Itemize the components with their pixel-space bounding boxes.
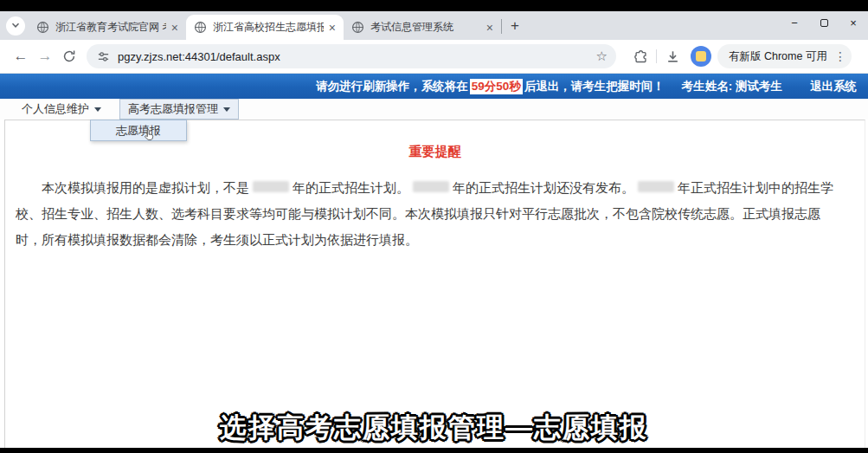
letterbox-top (0, 0, 868, 11)
tab-search-button[interactable] (6, 16, 25, 36)
para-text: 本次模拟填报用的是虚拟计划，不是 (42, 180, 249, 195)
reload-icon (62, 49, 76, 63)
student-name: 测试考生 (736, 80, 782, 93)
extensions-button[interactable] (628, 49, 653, 64)
close-icon[interactable]: × (486, 21, 493, 35)
address-bar[interactable]: pgzy.zjzs.net:44301/default.aspx ☆ (87, 44, 616, 68)
bookmark-star-icon[interactable]: ☆ (596, 49, 608, 64)
tab-title: 考试信息管理系统 (370, 20, 481, 35)
browser-tabstrip: 浙江省教育考试院官网 考生办 × 浙江省高校招生志愿填报系统 × 考试信息管理系… (0, 11, 868, 40)
chrome-update-button[interactable]: 有新版 Chrome 可用 ⋮ (717, 44, 852, 68)
globe-icon (36, 21, 49, 34)
menu-label: 个人信息维护 (22, 101, 89, 117)
letterbox-bottom (0, 448, 868, 453)
close-icon[interactable]: × (329, 21, 336, 35)
hand-cursor-icon (143, 128, 156, 146)
tab-title: 浙江省教育考试院官网 考生办 (55, 20, 166, 35)
volunteer-dropdown-menu: 志愿填报 (90, 120, 187, 141)
redacted-year (413, 181, 449, 192)
notice-message-suffix: 后退出，请考生把握时间！ (524, 79, 665, 94)
browser-menu-icon[interactable]: ⋮ (834, 49, 846, 63)
caret-down-icon (223, 107, 230, 112)
student-label: 考生姓名: (682, 80, 733, 93)
countdown-timer: 59分50秒 (470, 79, 523, 94)
profile-avatar[interactable] (691, 46, 711, 67)
toolbar-separator (656, 49, 657, 63)
minimize-button[interactable]: − (780, 16, 809, 29)
tab-volunteer-system[interactable]: 浙江省高校招生志愿填报系统 × (186, 15, 344, 40)
update-label: 有新版 Chrome 可用 (729, 49, 827, 64)
site-info-icon[interactable] (97, 50, 110, 63)
page-content: 重要提醒 本次模拟填报用的是虚拟计划，不是年的正式招生计划。年的正式招生计划还没… (4, 120, 865, 448)
maximize-icon (820, 19, 828, 27)
reminder-paragraph: 本次模拟填报用的是虚拟计划，不是年的正式招生计划。年的正式招生计划还没有发布。年… (16, 175, 844, 253)
download-icon (665, 49, 680, 64)
reload-button[interactable] (57, 49, 81, 63)
maximize-button[interactable] (809, 16, 839, 29)
para-text: 年的正式招生计划还没有发布。 (453, 180, 634, 195)
url-text[interactable]: pgzy.zjzs.net:44301/default.aspx (118, 50, 589, 63)
notice-message-prefix: 请勿进行刷新操作，系统将在 (316, 79, 468, 94)
redacted-year (253, 181, 289, 192)
tab-title: 浙江省高校招生志愿填报系统 (213, 20, 324, 35)
dropdown-item-volunteer-filling[interactable]: 志愿填报 (91, 120, 186, 140)
back-button[interactable]: ← (9, 48, 33, 65)
close-icon[interactable]: × (171, 21, 178, 35)
globe-icon (194, 21, 207, 34)
new-tab-button[interactable]: + (511, 18, 519, 33)
redacted-year (638, 181, 674, 192)
browser-toolbar: ← → pgzy.zjzs.net:44301/default.aspx ☆ 有… (0, 40, 868, 74)
tab-separator (501, 19, 502, 34)
window-controls: − × (780, 11, 868, 40)
video-subtitle: 选择高考志愿填报管理—志愿填报 (0, 410, 868, 446)
logout-link[interactable]: 退出系统 (810, 79, 857, 94)
menu-volunteer-management[interactable]: 高考志愿填报管理 (119, 99, 239, 120)
tab-exam-info-system[interactable]: 考试信息管理系统 × (344, 15, 501, 40)
tab-exam-office-site[interactable]: 浙江省教育考试院官网 考生办 × (29, 15, 186, 40)
student-name-label: 考生姓名: 测试考生 (682, 79, 782, 94)
app-menubar: 个人信息维护 高考志愿填报管理 (0, 99, 868, 120)
puzzle-icon (633, 49, 648, 64)
downloads-button[interactable] (660, 49, 685, 64)
screen: 浙江省教育考试院官网 考生办 × 浙江省高校招生志愿填报系统 × 考试信息管理系… (0, 0, 868, 453)
menu-personal-info[interactable]: 个人信息维护 (14, 100, 109, 119)
chevron-down-icon (10, 18, 21, 34)
forward-button[interactable]: → (33, 48, 57, 65)
para-text: 年的正式招生计划。 (293, 180, 409, 195)
globe-icon (351, 21, 364, 34)
caret-down-icon (94, 107, 101, 112)
important-reminder-title: 重要提醒 (5, 144, 865, 160)
close-window-button[interactable]: × (839, 16, 868, 29)
menu-label: 高考志愿填报管理 (128, 101, 218, 117)
session-notice-bar: 请勿进行刷新操作，系统将在59分50秒后退出，请考生把握时间！ 考生姓名: 测试… (0, 74, 868, 99)
